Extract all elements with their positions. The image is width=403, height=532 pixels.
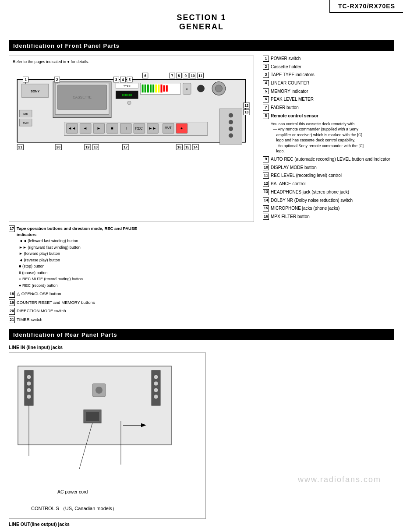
label-6: 6 PEAK LEVEL METER bbox=[263, 96, 394, 102]
rear-label-line-in: LINE IN (line input) jacks bbox=[9, 345, 394, 350]
label-5: 5 MEMORY indicator bbox=[263, 88, 394, 95]
front-panel-content: Refer to the pages indicated in ● for de… bbox=[9, 56, 394, 222]
svg-text:13: 13 bbox=[244, 110, 249, 114]
label-12: 12 BALANCE control bbox=[263, 181, 394, 187]
note-18: 18 △ OPEN/CLOSE button bbox=[9, 291, 158, 298]
svg-text:►►: ►► bbox=[148, 126, 156, 130]
svg-text:3: 3 bbox=[115, 78, 117, 82]
rear-panel-content: LINE IN (line input) jacks bbox=[9, 345, 394, 527]
svg-rect-19 bbox=[158, 85, 159, 92]
front-panel-diagram: Refer to the pages indicated in ● for de… bbox=[9, 56, 254, 222]
svg-text:8: 8 bbox=[178, 74, 180, 78]
note-20: 20 DIRECTION MODE switch bbox=[9, 308, 158, 315]
svg-text:6: 6 bbox=[144, 74, 146, 78]
svg-point-107 bbox=[95, 387, 103, 394]
label-15: 15 MICROPHONE jacks (phone jacks) bbox=[263, 205, 394, 211]
svg-point-113 bbox=[154, 375, 158, 379]
svg-rect-20 bbox=[160, 85, 162, 92]
svg-text:SONY: SONY bbox=[31, 90, 39, 93]
front-panel-bar: Identification of Front Panel Parts bbox=[9, 40, 394, 51]
svg-text:TMR: TMR bbox=[23, 121, 29, 124]
label-16: 16 MPX FILTER button bbox=[263, 214, 394, 220]
svg-rect-12 bbox=[140, 83, 180, 95]
label-10: 10 DISPLAY MODE button bbox=[263, 165, 394, 171]
svg-text:DIR: DIR bbox=[23, 112, 28, 115]
label-14: 14 DOLBY NR (Dolby noise reduction) swit… bbox=[263, 197, 394, 204]
model-number: TC-RX70/RX70ES bbox=[329, 0, 403, 13]
label-3: 3 TAPE TYPE indicators bbox=[263, 72, 394, 78]
label-13: 13 HEADPHONES jack (stereo phone jack) bbox=[263, 189, 394, 195]
section-number: SECTION 1 bbox=[0, 13, 403, 22]
svg-text:1: 1 bbox=[25, 78, 27, 82]
svg-text:CASSETTE: CASSETTE bbox=[73, 95, 92, 99]
svg-point-103 bbox=[27, 381, 31, 386]
control-s-label: CONTROL S （US, Canadian models） bbox=[31, 505, 117, 512]
svg-rect-18 bbox=[155, 85, 157, 92]
label-7: 7 FADER button bbox=[263, 105, 394, 111]
svg-point-54 bbox=[229, 127, 233, 131]
svg-point-114 bbox=[154, 381, 158, 386]
svg-point-55 bbox=[229, 133, 233, 137]
svg-text:◄: ◄ bbox=[83, 126, 87, 130]
svg-rect-21 bbox=[163, 85, 165, 92]
svg-text:9: 9 bbox=[184, 74, 187, 78]
rear-label-line-out: LINE OUT(line output) jacks bbox=[9, 521, 394, 527]
svg-text:11: 11 bbox=[198, 74, 203, 78]
svg-text:►: ► bbox=[97, 126, 101, 130]
svg-rect-13 bbox=[142, 85, 144, 92]
watermark-text: www.radiofans.com bbox=[298, 475, 381, 484]
label-1: 1 POWER switch bbox=[263, 56, 394, 62]
label-11: 11 REC LEVEL (recording level) control bbox=[263, 173, 394, 179]
svg-text:F: F bbox=[186, 88, 188, 91]
front-panel-svg: SONY CASSETTE TYPE 00000 bbox=[13, 66, 250, 165]
svg-text:00000: 00000 bbox=[122, 93, 132, 97]
label-2: 2 Cassette holder bbox=[263, 64, 394, 70]
svg-rect-109 bbox=[86, 412, 99, 421]
ac-power-label: AC power cord bbox=[57, 489, 88, 494]
svg-text:15: 15 bbox=[185, 145, 190, 149]
label-4: 4 LINEAR COUNTER bbox=[263, 80, 394, 86]
svg-text:14: 14 bbox=[194, 145, 198, 149]
svg-text:17: 17 bbox=[124, 145, 128, 149]
rear-panel-svg bbox=[14, 357, 198, 476]
svg-rect-100 bbox=[18, 366, 171, 445]
svg-text:◄◄: ◄◄ bbox=[68, 126, 76, 130]
label-8: 8 Remote control sensor bbox=[263, 113, 394, 119]
svg-text:10: 10 bbox=[191, 74, 195, 78]
note-19: 19 COUNTER RESET and MEMORY buttons bbox=[9, 299, 158, 307]
svg-text:●: ● bbox=[180, 126, 183, 130]
svg-rect-22 bbox=[166, 85, 168, 92]
rear-panel-bar: Identification of Rear Panel Parts bbox=[9, 329, 394, 340]
svg-text:TYPE: TYPE bbox=[124, 85, 131, 88]
notes-left: 17 Tape operation buttons and direction … bbox=[9, 225, 158, 325]
svg-text:20: 20 bbox=[57, 145, 61, 149]
svg-rect-17 bbox=[152, 85, 154, 92]
svg-text:12: 12 bbox=[244, 104, 249, 108]
note-17: 17 Tape operation buttons and direction … bbox=[9, 225, 158, 289]
svg-text:18: 18 bbox=[94, 145, 98, 149]
svg-point-53 bbox=[229, 120, 233, 124]
svg-point-25 bbox=[197, 85, 204, 92]
diagram-note: Refer to the pages indicated in ● for de… bbox=[13, 60, 250, 64]
note-21: 21 TIMER switch bbox=[9, 317, 158, 324]
svg-text:21: 21 bbox=[18, 145, 23, 149]
svg-text:5: 5 bbox=[129, 78, 131, 82]
svg-text:7: 7 bbox=[171, 74, 173, 78]
svg-point-115 bbox=[154, 388, 158, 392]
watermark-area: www.radiofans.com bbox=[166, 225, 394, 325]
svg-text:19: 19 bbox=[85, 145, 90, 149]
svg-point-11 bbox=[127, 101, 131, 105]
svg-rect-16 bbox=[150, 85, 152, 92]
svg-text:2: 2 bbox=[56, 78, 58, 82]
svg-point-102 bbox=[27, 375, 31, 379]
svg-point-104 bbox=[27, 388, 31, 392]
svg-text:REC: REC bbox=[135, 127, 143, 130]
svg-text:MUT: MUT bbox=[165, 126, 172, 130]
front-panel-labels: 1 POWER switch 2 Cassette holder 3 TAPE … bbox=[263, 56, 394, 222]
svg-point-116 bbox=[154, 395, 158, 399]
svg-rect-15 bbox=[147, 85, 149, 92]
rear-panel-diagram: AC power cord CONTROL S （US, Canadian mo… bbox=[9, 352, 206, 519]
svg-point-27 bbox=[215, 85, 222, 92]
bottom-notes: 17 Tape operation buttons and direction … bbox=[9, 225, 394, 325]
label-9: 9 AUTO REC (automatic recording) LEVEL b… bbox=[263, 156, 394, 162]
